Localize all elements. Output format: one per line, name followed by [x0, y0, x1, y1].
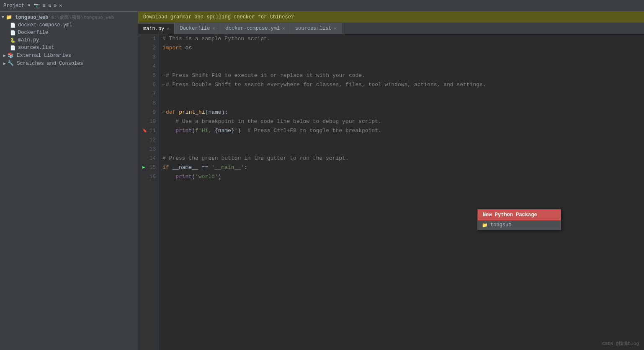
code-token: [162, 117, 175, 126]
ln-4: 4: [142, 62, 156, 71]
fold-marker-6[interactable]: ⌐: [162, 80, 165, 89]
code-line-4: [162, 62, 641, 71]
ln-5: 5: [142, 71, 156, 80]
code-token: if: [162, 163, 172, 172]
code-token: (: [205, 108, 209, 117]
editor-area: Download grammar and spelling checker fo…: [138, 12, 644, 350]
code-token: ):: [222, 108, 228, 117]
toolbar-icon-arrows[interactable]: ⇅: [48, 3, 51, 9]
toolbar-icon-camera[interactable]: 📷: [33, 3, 40, 9]
code-line-12: [162, 135, 641, 145]
tab-dockerfile[interactable]: Dockerfile ✕: [175, 23, 220, 34]
tab-close-sources-list[interactable]: ✕: [334, 26, 337, 31]
chevron-down-icon[interactable]: ▼: [28, 3, 30, 8]
code-line-2: import os: [162, 43, 641, 53]
code-token: f'Hi,: [195, 126, 215, 135]
ln-11: 🔖 11: [142, 126, 156, 135]
code-token: # Press Ctrl+F8 to toggle the breakpoint…: [247, 126, 381, 135]
code-token: def: [166, 108, 179, 117]
tab-close-docker-compose[interactable]: ✕: [282, 26, 285, 31]
code-editor[interactable]: 1 2 3 4 5 6 7 8 9 10 🔖 11 12 13 14 ▶: [138, 34, 644, 350]
sidebar-item-dockerfile[interactable]: 📄 Dockerfile: [0, 29, 138, 36]
ln-2: 2: [142, 43, 156, 53]
title-bar-left: Project ▼: [3, 3, 30, 9]
sidebar-item-scratches[interactable]: ▶ 🔧 Scratches and Consoles: [0, 59, 138, 67]
sidebar-item-docker-compose[interactable]: 📄 docker-compose.yml: [0, 21, 138, 29]
tab-sources-list[interactable]: sources.list ✕: [290, 23, 342, 34]
code-token: (: [192, 172, 195, 181]
code-line-1: # This is a sample Python script.: [162, 34, 641, 43]
root-project-path: E:\桌面\项目\tongsuo_web: [52, 14, 114, 20]
code-token: import: [162, 43, 182, 53]
notification-text: Download grammar and spelling checker fo…: [143, 14, 294, 20]
run-icon[interactable]: ▶: [142, 163, 145, 172]
toolbar-icon-lines[interactable]: ≡: [42, 3, 45, 9]
tab-mainpy[interactable]: main.py ✕: [138, 23, 175, 34]
tab-docker-compose[interactable]: docker-compose.yml ✕: [221, 23, 291, 34]
root-folder-icon: 📁: [6, 14, 12, 20]
code-token: __name__ ==: [172, 163, 211, 172]
tab-label-dockerfile: Dockerfile: [180, 26, 210, 31]
sidebar: ▼ 📁 tongsuo_web E:\桌面\项目\tongsuo_web 📄 d…: [0, 12, 138, 350]
autocomplete-item-text: tongsuo: [490, 222, 511, 228]
ln-13: 13: [142, 145, 156, 154]
root-chevron-icon: ▼: [2, 15, 4, 20]
code-line-8: [162, 99, 641, 108]
code-content[interactable]: # This is a sample Python script. import…: [159, 34, 644, 350]
code-line-7: [162, 89, 641, 99]
code-token: # Press Double Shift to search everywher…: [166, 80, 486, 89]
code-line-14: # Press the green button in the gutter t…: [162, 154, 641, 163]
ln-8: 8: [142, 99, 156, 108]
sidebar-item-label-docker-compose: docker-compose.yml: [18, 22, 72, 28]
sidebar-item-sources-list[interactable]: 📄 sources.list: [0, 44, 138, 51]
code-line-15: if __name__ == '__main__' :: [162, 163, 641, 172]
py-file-icon: 🐍: [10, 38, 16, 43]
code-token: {: [215, 126, 218, 135]
sidebar-item-label-external-libraries: External Libraries: [17, 53, 71, 59]
notification-bar: Download grammar and spelling checker fo…: [138, 12, 644, 23]
ln-6: 6: [142, 80, 156, 89]
code-token: name: [208, 108, 221, 117]
title-bar-icons: 📷 ≡ ⇅ ⚙ ✕: [33, 3, 62, 9]
tab-label-docker-compose: docker-compose.yml: [226, 26, 280, 31]
scratches-icon: 🔧: [8, 60, 14, 66]
toolbar-icon-settings[interactable]: ⚙: [54, 3, 57, 9]
tab-label-sources-list: sources.list: [295, 26, 331, 31]
autocomplete-item-tongsuo[interactable]: 📁 tongsuo: [478, 220, 561, 230]
code-token: # Press Shift+F10 to execute it or repla…: [166, 71, 365, 80]
project-root-item[interactable]: ▼ 📁 tongsuo_web E:\桌面\项目\tongsuo_web: [0, 13, 138, 21]
autocomplete-folder-icon: 📁: [482, 222, 488, 228]
code-token: [162, 126, 175, 135]
bookmark-icon: 🔖: [142, 126, 147, 135]
autocomplete-header[interactable]: New Python Package: [478, 209, 561, 220]
code-token: :: [244, 163, 247, 172]
code-token: '__main__': [211, 163, 244, 172]
project-label[interactable]: Project: [3, 3, 24, 9]
code-line-16: print ( 'world' ): [162, 172, 641, 181]
toolbar-icon-close[interactable]: ✕: [59, 3, 62, 9]
code-line-10: # Use a breakpoint in the code line belo…: [162, 117, 641, 126]
sidebar-item-label-dockerfile: Dockerfile: [18, 30, 48, 36]
sidebar-item-mainpy[interactable]: 🐍 main.py: [0, 36, 138, 44]
code-line-13: [162, 145, 641, 154]
autocomplete-header-text: New Python Package: [483, 212, 537, 218]
watermark: CSDN @懂懂blog: [602, 340, 639, 347]
scratches-chevron-icon: ▶: [3, 61, 6, 66]
tab-close-dockerfile[interactable]: ✕: [212, 26, 215, 31]
fold-marker-5[interactable]: ⌐: [162, 71, 165, 80]
code-line-3: [162, 53, 641, 62]
code-token: print: [175, 172, 192, 181]
code-line-5: ⌐ # Press Shift+F10 to execute it or rep…: [162, 71, 641, 80]
sidebar-item-external-libraries[interactable]: ▶ 📚 External Libraries: [0, 51, 138, 59]
code-token: ): [218, 172, 222, 181]
code-token: (: [192, 126, 195, 135]
sidebar-item-label-sources-list: sources.list: [18, 45, 54, 51]
tab-close-mainpy[interactable]: ✕: [167, 26, 169, 31]
watermark-text: CSDN @懂懂blog: [602, 341, 639, 346]
fold-marker-9[interactable]: ⌐: [162, 108, 165, 117]
main-layout: ▼ 📁 tongsuo_web E:\桌面\项目\tongsuo_web 📄 d…: [0, 12, 644, 350]
ln-12: 12: [142, 135, 156, 145]
code-token: # This is a sample Python script.: [162, 34, 270, 43]
title-bar: Project ▼ 📷 ≡ ⇅ ⚙ ✕: [0, 0, 644, 12]
sidebar-item-label-scratches: Scratches and Consoles: [17, 61, 83, 66]
